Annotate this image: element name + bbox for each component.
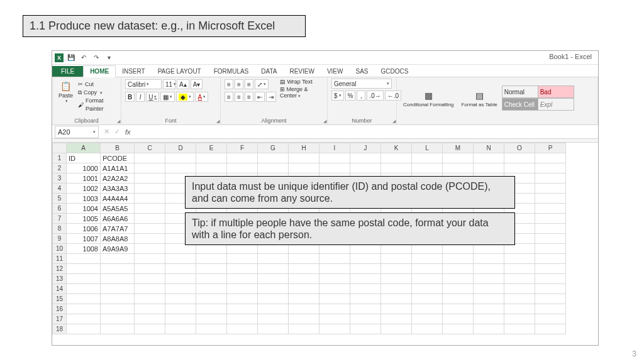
increase-indent-button[interactable]: ⇥ [266, 92, 276, 102]
cell[interactable] [196, 254, 227, 264]
cell[interactable] [135, 264, 165, 274]
number-format-select[interactable]: General▾ [331, 79, 392, 89]
cell[interactable] [350, 324, 381, 334]
cell[interactable] [535, 184, 566, 194]
percent-format-button[interactable]: % [345, 90, 356, 101]
borders-button[interactable]: ▦▾ [160, 92, 175, 102]
cell[interactable] [535, 264, 566, 274]
cell[interactable] [67, 274, 101, 284]
cell[interactable] [101, 284, 135, 294]
cell[interactable] [535, 173, 566, 184]
cell[interactable] [474, 324, 504, 334]
cell[interactable] [412, 304, 443, 314]
cell[interactable] [504, 314, 535, 324]
font-color-button[interactable]: A▾ [195, 92, 208, 102]
cell[interactable] [381, 324, 412, 334]
cell[interactable]: A6A6A6 [101, 214, 135, 224]
cell[interactable] [381, 274, 412, 284]
cell[interactable] [504, 294, 535, 304]
cell[interactable]: A7A7A7 [101, 224, 135, 234]
row-header[interactable]: 12 [53, 264, 67, 274]
cell[interactable] [227, 254, 258, 264]
cell[interactable] [412, 264, 443, 274]
cell[interactable] [258, 254, 289, 264]
tab-data[interactable]: DATA [255, 66, 283, 77]
cell[interactable] [227, 274, 258, 284]
cell[interactable] [535, 294, 566, 304]
font-name-select[interactable]: Calibri▾ [125, 79, 162, 89]
cell[interactable] [258, 314, 289, 324]
cell[interactable] [535, 234, 566, 244]
increase-decimal-button[interactable]: .0→ [367, 90, 383, 101]
cell[interactable] [196, 314, 227, 324]
cell[interactable] [227, 163, 258, 173]
cell[interactable] [535, 194, 566, 204]
cell[interactable] [196, 264, 227, 274]
column-header[interactable]: O [504, 143, 535, 153]
cell[interactable] [227, 264, 258, 274]
cell[interactable]: 1003 [67, 194, 101, 204]
cell[interactable] [535, 204, 566, 214]
format-painter-button[interactable]: 🖌 Format Painter [78, 97, 117, 113]
cell[interactable] [227, 284, 258, 294]
cell[interactable]: 1004 [67, 204, 101, 214]
tab-formulas[interactable]: FORMULAS [208, 66, 255, 77]
cell[interactable] [535, 284, 566, 294]
format-as-table-button[interactable]: ▤ Format as Table [458, 88, 499, 109]
cell[interactable] [412, 274, 443, 284]
column-header[interactable]: H [289, 143, 319, 153]
font-size-select[interactable]: 11▾ [163, 79, 175, 89]
cell[interactable] [443, 274, 474, 284]
cell[interactable] [196, 284, 227, 294]
cell[interactable] [474, 304, 504, 314]
cell[interactable]: 1000 [67, 163, 101, 173]
cell[interactable] [165, 304, 196, 314]
row-header[interactable]: 4 [53, 184, 67, 194]
cell[interactable] [289, 324, 319, 334]
cell-style-check-cell[interactable]: Check Cell [502, 98, 538, 111]
tab-insert[interactable]: INSERT [116, 66, 152, 77]
tab-gcdocs[interactable]: GCDOCS [375, 66, 415, 77]
cell[interactable] [319, 294, 350, 304]
cell[interactable] [412, 294, 443, 304]
copy-button[interactable]: ⧉ Copy▾ [78, 89, 117, 97]
decrease-indent-button[interactable]: ⇤ [255, 92, 265, 102]
cell[interactable] [135, 194, 165, 204]
cell[interactable] [258, 294, 289, 304]
column-header[interactable]: D [165, 143, 196, 153]
insert-function-button[interactable]: fx [123, 128, 133, 136]
align-center-button[interactable]: ≡ [235, 92, 243, 102]
select-all-corner[interactable] [53, 143, 67, 153]
cell[interactable] [443, 284, 474, 294]
row-header[interactable]: 9 [53, 234, 67, 244]
cell[interactable] [319, 324, 350, 334]
cell[interactable] [67, 254, 101, 264]
cell[interactable] [135, 314, 165, 324]
cell[interactable] [196, 163, 227, 173]
column-header[interactable]: M [443, 143, 474, 153]
dialog-launcher-icon[interactable]: ◢ [216, 119, 219, 124]
cell[interactable] [258, 284, 289, 294]
cell[interactable] [319, 163, 350, 173]
column-header[interactable]: J [350, 143, 381, 153]
cell[interactable] [196, 274, 227, 284]
cell[interactable] [289, 264, 319, 274]
cell[interactable] [535, 153, 566, 163]
column-header[interactable]: B [101, 143, 135, 153]
column-header[interactable]: L [412, 143, 443, 153]
cell[interactable] [535, 314, 566, 324]
cell[interactable]: A4A4A4 [101, 194, 135, 204]
cell[interactable]: PCODE [101, 153, 135, 163]
cell[interactable] [504, 264, 535, 274]
cell[interactable] [535, 244, 566, 254]
cell[interactable]: 1008 [67, 244, 101, 254]
cell[interactable] [196, 294, 227, 304]
cell-style-normal[interactable]: Normal [502, 85, 538, 98]
cell[interactable] [474, 314, 504, 324]
cell[interactable] [535, 254, 566, 264]
column-header[interactable]: I [319, 143, 350, 153]
cell[interactable] [443, 304, 474, 314]
cell[interactable] [319, 304, 350, 314]
cell[interactable] [535, 224, 566, 234]
cell[interactable]: A5A5A5 [101, 204, 135, 214]
